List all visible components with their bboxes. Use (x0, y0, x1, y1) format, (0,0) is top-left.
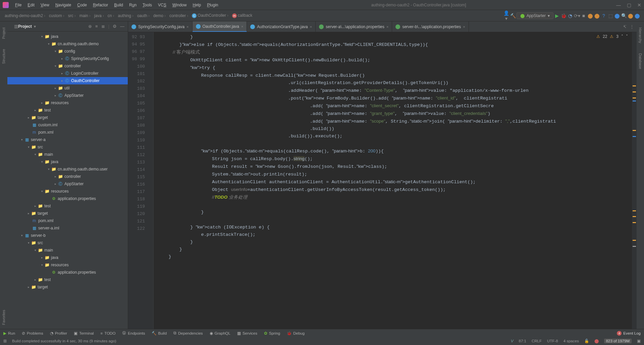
menu-code[interactable]: Code (74, 0, 90, 10)
tool-deps[interactable]: ⧉Dependencies (173, 331, 203, 335)
minimize-icon[interactable]: — (616, 2, 621, 8)
menu-view[interactable]: View (38, 0, 52, 10)
menu-navigate[interactable]: Navigate (52, 0, 74, 10)
crumb[interactable]: main (78, 13, 93, 18)
updates-icon[interactable]: ⬤ (627, 13, 634, 18)
crumb[interactable]: java (93, 13, 106, 18)
vim-icon[interactable]: V (511, 339, 514, 343)
project-tree[interactable]: ▾📁java ▾📁cn.authing.oauth.demo ▾📁config … (7, 31, 128, 329)
code-editor[interactable]: } }"kw">else if (Objects."static-m">equa… (154, 32, 637, 329)
menu-tools[interactable]: Tools (140, 0, 155, 10)
user-icon[interactable]: 👤▾ (503, 10, 510, 21)
indent-config[interactable]: 4 spaces (564, 339, 579, 343)
menu-edit[interactable]: Edit (24, 0, 38, 10)
editor-tab[interactable]: SpringSecurityConfig.java× (128, 21, 193, 32)
hammer-icon[interactable]: 🔨 (510, 13, 517, 18)
fold-column[interactable] (148, 32, 154, 329)
run-config-selector[interactable]: ⬤ AppStarter ▾ (517, 12, 553, 19)
crumb[interactable]: authing (117, 13, 136, 18)
crumb[interactable]: controller (168, 13, 191, 18)
misc-icon[interactable]: ⬚ (607, 13, 614, 18)
coverage-icon[interactable]: ◔ (567, 13, 574, 18)
tool-problems[interactable]: ⊘Problems (22, 331, 43, 336)
git-commit-icon[interactable]: ⬤ (594, 13, 600, 18)
tool-services[interactable]: ▦Services (237, 331, 257, 336)
menu-refactor[interactable]: Refactor (90, 0, 111, 10)
layout-icon[interactable]: ⊞ (3, 339, 7, 343)
git-update-icon[interactable]: ⬤ (587, 13, 594, 18)
tool-debug[interactable]: 🐞Debug (287, 331, 305, 336)
menu-plugin[interactable]: Plugin (204, 0, 221, 10)
tool-terminal[interactable]: ▣Terminal (74, 331, 94, 336)
crumb-class[interactable]: COauthController (191, 13, 231, 18)
menu-help[interactable]: Help (190, 0, 204, 10)
hide-icon[interactable]: — (120, 24, 124, 29)
menu-vcs[interactable]: VCS (155, 0, 169, 10)
debug-icon[interactable]: 🐞 (560, 13, 567, 18)
ide-icon[interactable]: ⬤ (634, 13, 641, 18)
tool-tab-database[interactable]: Database (638, 53, 642, 69)
tree-node-folder: ▾📁main (7, 151, 128, 158)
stop-icon[interactable]: ■ (580, 13, 587, 18)
tool-profiler[interactable]: ◔Profiler (50, 331, 67, 336)
crumb[interactable]: demo (152, 13, 168, 18)
crumb[interactable]: custom (48, 13, 67, 18)
menu-build[interactable]: Build (111, 0, 126, 10)
close-icon[interactable]: × (241, 24, 243, 28)
tool-tab-project[interactable]: Project (2, 27, 6, 39)
memory-indicator[interactable]: 823 of 1979M (604, 339, 632, 343)
collapse-all-icon[interactable]: ≣ (101, 24, 105, 29)
crumb[interactable]: oauth (136, 13, 152, 18)
tool-tab-favorites[interactable]: Favorites (2, 310, 6, 325)
help-circle-icon[interactable]: ? (600, 13, 607, 18)
file-encoding[interactable]: UTF-8 (547, 339, 558, 343)
menu-file[interactable]: File (12, 0, 24, 10)
expand-all-icon[interactable]: ≡ (95, 24, 98, 29)
tool-todo[interactable]: ≡TODO (101, 331, 116, 335)
tool-endpoints[interactable]: ⦿Endpoints (122, 331, 145, 335)
readonly-icon[interactable]: 🔓 (584, 339, 589, 343)
line-separator[interactable]: CRLF (532, 339, 542, 343)
menubar: File Edit View Navigate Code Refactor Bu… (0, 0, 644, 10)
line-gutter[interactable]: 92 93 94 95 96 97 98 99 100 101 102 103 … (128, 32, 148, 329)
tool-run[interactable]: ▶Run (3, 331, 15, 336)
tool-tab-structure[interactable]: Structure (2, 49, 6, 64)
maximize-icon[interactable]: ▢ (627, 2, 631, 8)
crumb[interactable]: cn (106, 13, 117, 18)
error-stripe[interactable] (632, 32, 637, 329)
crumb[interactable]: src (67, 13, 78, 18)
sidebar-icon[interactable]: ▣ (637, 339, 641, 343)
tool-tab-hierarchy[interactable]: Hierarchy (638, 27, 642, 43)
chevron-down-icon[interactable]: ˅ (626, 34, 628, 39)
close-icon[interactable]: × (186, 25, 189, 29)
tab-overflow[interactable]: ↸⋮ (621, 21, 637, 32)
menu-run[interactable]: Run (126, 0, 140, 10)
ide-status-icon[interactable]: ⬤ (594, 339, 599, 343)
chevron-down-icon[interactable]: ▾ (34, 24, 36, 29)
locate-icon[interactable]: ⊕ (88, 24, 92, 29)
menu-window[interactable]: Window (169, 0, 190, 10)
close-icon[interactable]: ✕ (637, 2, 641, 8)
project-view-icon[interactable]: ▥ (14, 24, 18, 29)
tool-build[interactable]: 🔨Build (152, 331, 167, 336)
search-icon[interactable]: 🔍 (621, 13, 627, 18)
editor-tab[interactable]: AuthorizationGrantType.java× (247, 21, 316, 32)
inspection-summary[interactable]: ⚠22 ⚠3 ˄ ˅ (594, 33, 630, 40)
chevron-up-icon[interactable]: ˄ (621, 34, 623, 39)
crumb-method[interactable]: mcallback (231, 13, 254, 18)
badge-icon[interactable]: ⬤ (614, 13, 621, 18)
editor-tab[interactable]: server-a\...\application.properties× (316, 21, 392, 32)
event-log[interactable]: 4 Event Log (617, 331, 641, 336)
tool-spring[interactable]: ✿Spring (264, 331, 280, 336)
caret-position[interactable]: 87:1 (519, 339, 526, 343)
close-icon[interactable]: × (463, 25, 465, 29)
gear-icon[interactable]: ⚙ (113, 24, 117, 29)
profile-icon[interactable]: ⟳▾ (574, 13, 580, 18)
close-icon[interactable]: × (310, 25, 312, 29)
tool-graphql[interactable]: ◉GraphQL (210, 331, 230, 336)
run-icon[interactable]: ▶ (553, 13, 560, 18)
crumb-root[interactable]: authing-demo-oauth2 (3, 13, 48, 18)
editor-tab-active[interactable]: OauthController.java× (193, 21, 247, 32)
editor-tab[interactable]: server-b\...\application.properties× (392, 21, 469, 32)
close-icon[interactable]: × (386, 25, 388, 29)
